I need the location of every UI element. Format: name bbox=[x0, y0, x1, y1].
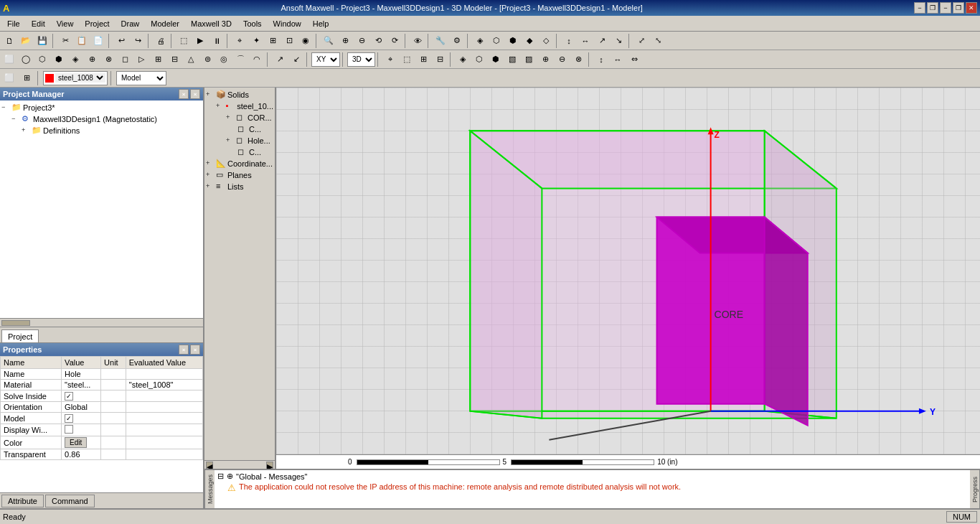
plane-select[interactable]: XY YZ XZ bbox=[311, 52, 340, 67]
tb2-btn16[interactable]: ◠ bbox=[249, 52, 265, 67]
tb1-btn2[interactable]: ✦ bbox=[248, 33, 264, 49]
undo-btn[interactable]: ↩ bbox=[113, 33, 129, 49]
tb2-btn26[interactable]: ▧ bbox=[504, 52, 520, 67]
tb2-btn19[interactable]: ⌖ bbox=[382, 52, 398, 67]
expand-steel[interactable]: + bbox=[216, 102, 225, 111]
tb2-btn20[interactable]: ⬚ bbox=[399, 52, 415, 67]
run-btn[interactable]: ▶ bbox=[192, 33, 208, 49]
tb2-btn23[interactable]: ◈ bbox=[455, 52, 471, 67]
close-btn[interactable]: ✕ bbox=[966, 2, 977, 14]
prop-model-value[interactable] bbox=[62, 413, 101, 424]
restore-btn[interactable]: ❐ bbox=[953, 2, 964, 14]
tb1-btn9[interactable]: ⟲ bbox=[370, 33, 386, 49]
tb2-btn28[interactable]: ⊕ bbox=[537, 52, 553, 67]
attribute-tab-btn[interactable]: Attribute bbox=[1, 495, 44, 507]
tb2-btn1[interactable]: ⬜ bbox=[1, 52, 17, 67]
new-btn[interactable]: 🗋 bbox=[1, 33, 17, 49]
tb2-btn7[interactable]: ⊗ bbox=[100, 52, 116, 67]
model-checkbox[interactable] bbox=[65, 414, 73, 423]
material-combo[interactable]: steel_1008 bbox=[43, 71, 108, 85]
expand-hole[interactable]: + bbox=[226, 136, 235, 145]
tb2-btn22[interactable]: ⊟ bbox=[432, 52, 448, 67]
tree-cor[interactable]: + ◻ COR... bbox=[206, 112, 273, 123]
prop-name-value[interactable]: Hole bbox=[62, 369, 101, 380]
tb2-btn24[interactable]: ⬡ bbox=[471, 52, 487, 67]
tb1-btn14[interactable]: ◈ bbox=[472, 33, 488, 49]
model-scroll-right[interactable]: ▶ bbox=[266, 462, 273, 469]
expand-coordinate[interactable]: + bbox=[206, 159, 215, 168]
tb2-btn5[interactable]: ◈ bbox=[67, 52, 83, 67]
tb2-btn10[interactable]: ⊞ bbox=[150, 52, 166, 67]
tb2-btn32[interactable]: ↔ bbox=[610, 52, 626, 67]
tb1-btn20[interactable]: ↔ bbox=[578, 33, 593, 49]
pause-btn[interactable]: ⏸ bbox=[209, 33, 225, 49]
tb1-btn1[interactable]: ⌖ bbox=[232, 33, 248, 49]
tree-steel[interactable]: + ▪ steel_10... bbox=[206, 100, 273, 112]
tb1-btn19[interactable]: ↕ bbox=[561, 33, 577, 49]
model-scrollbar[interactable]: ◀ ▶ bbox=[204, 460, 275, 469]
tb3-btn1[interactable]: ⬜ bbox=[1, 70, 17, 86]
tb2-btn6[interactable]: ⊕ bbox=[84, 52, 100, 67]
tb2-btn8[interactable]: ◻ bbox=[117, 52, 133, 67]
tb1-btn4[interactable]: ⊡ bbox=[281, 33, 297, 49]
open-btn[interactable]: 📂 bbox=[18, 33, 34, 49]
solve-checkbox[interactable] bbox=[65, 392, 73, 401]
tb2-btn15[interactable]: ⌒ bbox=[232, 52, 248, 67]
tb2-btn17[interactable]: ↗ bbox=[272, 52, 288, 67]
tb2-btn9[interactable]: ▷ bbox=[133, 52, 149, 67]
properties-pin-btn[interactable]: × bbox=[179, 345, 189, 355]
tree-hole-c[interactable]: ◻ C... bbox=[206, 146, 273, 158]
expand-definitions[interactable]: + bbox=[22, 126, 30, 135]
tree-coordinate[interactable]: + 📐 Coordinate... bbox=[206, 158, 273, 169]
tb2-btn3[interactable]: ⬡ bbox=[34, 52, 50, 67]
viewport-area[interactable]: CORE Z Y 0 bbox=[276, 88, 980, 469]
tb2-btn4[interactable]: ⬢ bbox=[51, 52, 67, 67]
tb1-btn22[interactable]: ↘ bbox=[611, 33, 626, 49]
panel-close-btn[interactable]: × bbox=[190, 89, 200, 99]
tb2-btn11[interactable]: ⊟ bbox=[166, 52, 182, 67]
menu-modeler[interactable]: Modeler bbox=[145, 18, 185, 29]
prop-dispwi-value[interactable] bbox=[62, 424, 101, 436]
expand-project3[interactable]: − bbox=[1, 103, 10, 112]
tb2-btn30[interactable]: ⊗ bbox=[570, 52, 586, 67]
expand-design1[interactable]: − bbox=[11, 115, 20, 123]
command-tab-btn[interactable]: Command bbox=[45, 495, 95, 507]
panel-pin-btn[interactable]: × bbox=[179, 89, 189, 99]
msg-expand-btn[interactable]: ⊕ bbox=[227, 472, 233, 481]
tb2-btn25[interactable]: ⬢ bbox=[488, 52, 504, 67]
tb1-btn7[interactable]: ⊕ bbox=[337, 33, 353, 49]
tb1-btn6[interactable]: 🔍 bbox=[321, 33, 336, 49]
tb1-btn24[interactable]: ⤡ bbox=[650, 33, 666, 49]
scrollbar-thumb[interactable] bbox=[1, 320, 30, 326]
inner-minimize-btn[interactable]: − bbox=[914, 2, 925, 14]
tb1-btn21[interactable]: ↗ bbox=[594, 33, 610, 49]
expand-lists[interactable]: + bbox=[206, 182, 215, 191]
tb1-btn5[interactable]: ◉ bbox=[298, 33, 314, 49]
material-select[interactable]: steel_1008 bbox=[55, 73, 105, 83]
prop-color-value[interactable]: Edit bbox=[62, 436, 101, 449]
menu-file[interactable]: File bbox=[1, 18, 26, 29]
tb3-btn2[interactable]: ⊞ bbox=[19, 70, 34, 86]
tb1-btn18[interactable]: ◇ bbox=[538, 33, 554, 49]
cut-btn[interactable]: ✂ bbox=[57, 33, 73, 49]
tb1-btn12[interactable]: 🔧 bbox=[433, 33, 448, 49]
menu-project[interactable]: Project bbox=[79, 18, 115, 29]
msg-collapse-btn[interactable]: ⊟ bbox=[217, 472, 224, 481]
tb2-btn12[interactable]: △ bbox=[183, 52, 199, 67]
tb1-btn17[interactable]: ◆ bbox=[522, 33, 537, 49]
properties-close-btn[interactable]: × bbox=[190, 345, 200, 355]
print-btn[interactable]: 🖨 bbox=[153, 33, 169, 49]
color-edit-btn[interactable]: Edit bbox=[65, 437, 87, 448]
prop-solve-value[interactable] bbox=[62, 390, 101, 402]
tb1-btn23[interactable]: ⤢ bbox=[633, 33, 649, 49]
tb2-btn31[interactable]: ↕ bbox=[593, 52, 609, 67]
tb1-btn8[interactable]: ⊖ bbox=[354, 33, 369, 49]
tb1-btn13[interactable]: ⚙ bbox=[449, 33, 465, 49]
displaywi-checkbox[interactable] bbox=[65, 425, 73, 434]
menu-edit[interactable]: Edit bbox=[26, 18, 51, 29]
model-select[interactable]: Model bbox=[116, 71, 166, 85]
inner-restore-btn[interactable]: ❐ bbox=[927, 2, 938, 14]
minimize-btn[interactable]: − bbox=[940, 2, 951, 14]
prop-orient-value[interactable]: Global bbox=[62, 402, 101, 413]
tb2-btn14[interactable]: ◎ bbox=[216, 52, 232, 67]
